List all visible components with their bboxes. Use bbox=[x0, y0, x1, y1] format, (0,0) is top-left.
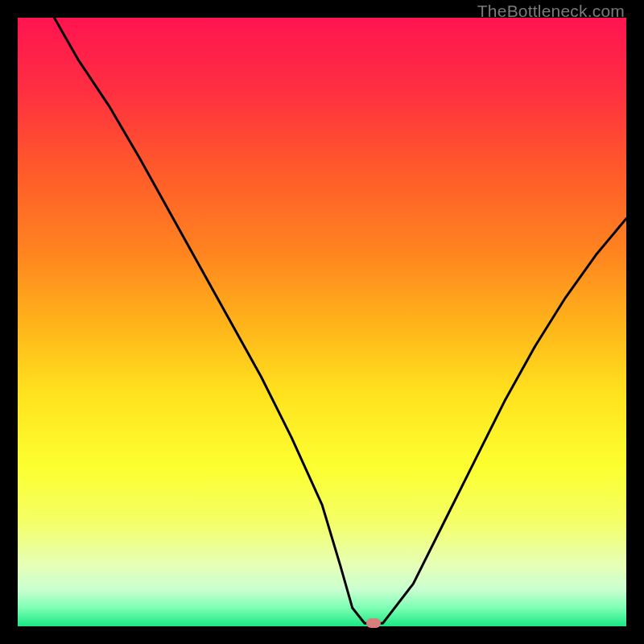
gradient-background bbox=[18, 18, 626, 626]
minimum-marker bbox=[366, 618, 381, 628]
chart-frame bbox=[18, 18, 626, 626]
bottleneck-chart bbox=[18, 18, 626, 626]
